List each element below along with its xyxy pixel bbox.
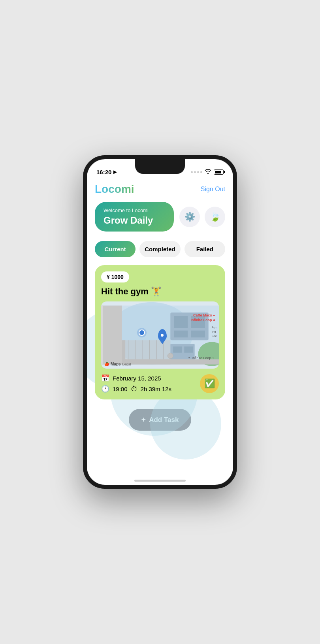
tab-completed[interactable]: Completed: [139, 241, 180, 257]
home-indicator: [134, 480, 186, 482]
tab-failed[interactable]: Failed: [184, 241, 225, 257]
svg-rect-2: [101, 306, 122, 365]
icon-buttons: ⚙️ 🍃: [179, 207, 225, 227]
task-date: February 15, 2025: [113, 375, 161, 382]
leaf-button[interactable]: 🍃: [205, 207, 225, 227]
add-task-label: Add Task: [149, 416, 179, 424]
svg-rect-8: [174, 331, 188, 338]
apple-maps-logo: 🍎: [104, 362, 109, 366]
signal-dot-3: [197, 171, 199, 173]
destination-pin: [158, 329, 167, 341]
svg-rect-11: [173, 346, 182, 353]
svg-rect-6: [174, 316, 188, 328]
plus-icon: +: [141, 415, 146, 424]
map-container: Caffè Macs –Infinite Loop 4 AppInfiLoc ⚬…: [101, 301, 219, 369]
clock-icon: 🕐: [101, 385, 109, 393]
welcome-section: Welcome to Locomi Grow Daily ⚙️ 🍃: [95, 202, 225, 232]
add-task-button[interactable]: + Add Task: [129, 409, 192, 431]
signal-indicator: [191, 171, 202, 173]
tagline-text: Grow Daily: [104, 215, 165, 226]
settings-button[interactable]: ⚙️: [179, 207, 200, 227]
pin-dot: [161, 334, 164, 337]
add-task-section: + Add Task: [95, 399, 225, 439]
calendar-icon: 📅: [101, 374, 109, 382]
time-display: 16:20: [96, 169, 111, 175]
leaf-icon: 🍃: [210, 212, 220, 222]
duration-icon: ⏱: [131, 385, 137, 393]
task-card: ¥ 1000 Hit the gym 🏋️: [95, 265, 225, 399]
price-badge: ¥ 1000: [101, 271, 129, 282]
gear-icon: ⚙️: [184, 212, 195, 222]
svg-rect-3: [101, 306, 103, 365]
maps-label: Maps: [111, 362, 121, 366]
task-time: 19:00: [113, 386, 128, 392]
battery-icon: [214, 169, 224, 175]
legal-link[interactable]: Legal: [122, 362, 131, 366]
status-icons: [191, 169, 224, 175]
app-content: Locomi Sign Out Welcome to Locomi Grow D…: [87, 179, 233, 485]
welcome-text: Welcome to Locomi: [104, 207, 165, 213]
caffe-macs-label: Caffè Macs –Infinite Loop 4: [191, 313, 215, 322]
welcome-banner: Welcome to Locomi Grow Daily: [95, 202, 174, 232]
verified-badge: ✅: [200, 374, 219, 393]
svg-rect-15: [122, 359, 219, 364]
signal-dot-2: [194, 171, 196, 173]
app-labels: AppInfiLoc: [212, 325, 217, 339]
wifi-icon: [205, 169, 211, 175]
battery-fill: [215, 171, 221, 173]
infinite-loop-label: ⚬ Infinite Loop 1: [188, 356, 214, 360]
notch: [135, 159, 185, 174]
location-arrow-icon: ▶: [113, 169, 117, 175]
task-title: Hit the gym 🏋️: [101, 286, 219, 297]
signal-dot-1: [191, 171, 193, 173]
app-title: Locomi: [95, 183, 134, 196]
checkmark-seal-icon: ✅: [204, 378, 215, 389]
app-header: Locomi Sign Out: [95, 179, 225, 202]
svg-point-16: [168, 353, 173, 359]
tab-bar: Current Completed Failed: [95, 241, 225, 257]
tab-current[interactable]: Current: [95, 241, 136, 257]
svg-rect-9: [191, 331, 205, 338]
phone-inner: 16:20 ▶: [87, 159, 233, 485]
map-attribution: 🍎 Maps Legal: [104, 362, 131, 366]
task-duration: 2h 39m 12s: [141, 386, 171, 392]
svg-rect-12: [184, 346, 193, 353]
sign-out-button[interactable]: Sign Out: [201, 186, 225, 193]
signal-dot-4: [200, 171, 202, 173]
phone-frame: 16:20 ▶: [83, 155, 237, 489]
pin-body: [158, 329, 167, 341]
status-time: 16:20 ▶: [96, 169, 117, 175]
